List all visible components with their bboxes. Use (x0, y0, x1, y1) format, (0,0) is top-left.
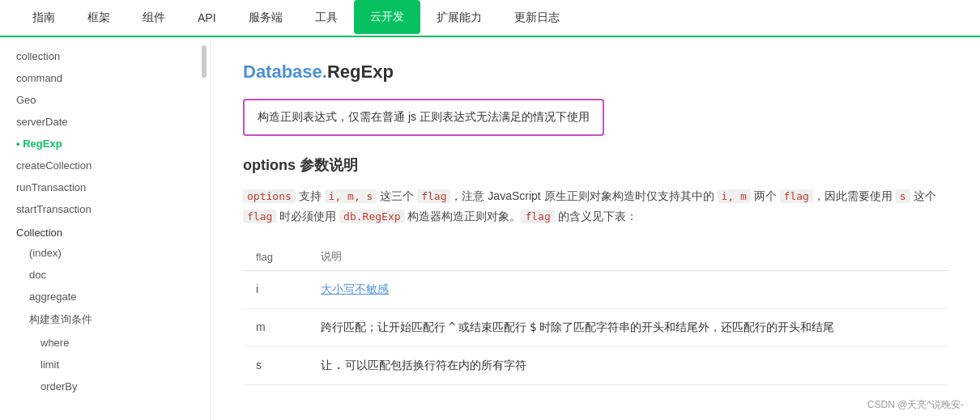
sidebar-item-doc[interactable]: doc (0, 264, 210, 286)
nav-item-extend[interactable]: 扩展能力 (420, 1, 498, 36)
watermark: CSDN @天亮^说晚安- (867, 398, 964, 412)
top-nav: 指南框架组件API服务端工具云开发扩展能力更新日志 (0, 0, 980, 37)
sidebar-item-collection[interactable]: collection (0, 45, 210, 67)
sidebar-header-Collection: Collection (0, 220, 210, 242)
sidebar-item-orderBy[interactable]: orderBy (0, 375, 210, 397)
table-head: flag 说明 (243, 243, 948, 271)
sidebar-item-startTransaction[interactable]: startTransaction (0, 198, 210, 220)
desc-cell: 跨行匹配；让开始匹配行 ^ 或结束匹配行 $ 时除了匹配字符串的开头和结尾外，还… (308, 309, 948, 347)
desc-cell: 大小写不敏感 (308, 271, 948, 309)
sidebar-item-limit[interactable]: limit (0, 354, 210, 375)
table-header-row: flag 说明 (243, 243, 948, 271)
sidebar-item-geo[interactable]: Geo (0, 89, 210, 111)
nav-item-tools[interactable]: 工具 (299, 1, 354, 36)
sidebar-item-aggregate[interactable]: aggregate (0, 286, 210, 308)
sidebar: collectioncommandGeoserverDateRegExpcrea… (0, 37, 211, 420)
title-prefix: Database. (243, 62, 327, 82)
sidebar-item-createCollection[interactable]: createCollection (0, 155, 210, 176)
nav-item-component[interactable]: 组件 (126, 1, 181, 36)
nav-item-framework[interactable]: 框架 (71, 1, 126, 36)
flag-cell: s (243, 347, 308, 385)
sidebar-item-command[interactable]: command (0, 67, 210, 89)
main-content: Database.RegExp 构造正则表达式，仅需在普通 js 正则表达式无法… (211, 37, 980, 420)
desc-link[interactable]: 大小写不敏感 (321, 282, 389, 295)
page-title: Database.RegExp (243, 62, 948, 83)
options-description: options 支持 i, m, s 这三个 flag，注意 JavaScrip… (243, 186, 948, 227)
nav-item-cloud[interactable]: 云开发 (354, 0, 420, 34)
table-body: i大小写不敏感m跨行匹配；让开始匹配行 ^ 或结束匹配行 $ 时除了匹配字符串的… (243, 271, 948, 385)
table-row: s让 . 可以匹配包括换行符在内的所有字符 (243, 347, 948, 385)
main-layout: collectioncommandGeoserverDateRegExpcrea… (0, 37, 980, 420)
sidebar-item-runTransaction[interactable]: runTransaction (0, 176, 210, 198)
highlight-box: 构造正则表达式，仅需在普通 js 正则表达式无法满足的情况下使用 (243, 99, 604, 136)
nav-item-guide[interactable]: 指南 (16, 1, 71, 36)
title-name: RegExp (327, 62, 394, 82)
table-row: i大小写不敏感 (243, 271, 948, 309)
sidebar-item-serverDate[interactable]: serverDate (0, 111, 210, 133)
options-table: flag 说明 i大小写不敏感m跨行匹配；让开始匹配行 ^ 或结束匹配行 $ 时… (243, 243, 948, 385)
nav-item-changelog[interactable]: 更新日志 (498, 1, 576, 36)
sidebar-item-where[interactable]: where (0, 332, 210, 354)
sidebar-item-build-query[interactable]: 构建查询条件 (0, 308, 210, 332)
table-row: m跨行匹配；让开始匹配行 ^ 或结束匹配行 $ 时除了匹配字符串的开头和结尾外，… (243, 309, 948, 347)
nav-item-api[interactable]: API (181, 2, 232, 36)
col-flag: flag (243, 243, 308, 271)
desc-cell: 让 . 可以匹配包括换行符在内的所有字符 (308, 347, 948, 385)
flag-cell: i (243, 271, 308, 309)
col-desc: 说明 (308, 243, 948, 271)
options-section-title: options 参数说明 (243, 155, 948, 175)
sidebar-item-index[interactable]: (index) (0, 242, 210, 264)
scroll-indicator (202, 45, 207, 78)
flag-cell: m (243, 309, 308, 347)
sidebar-item-regexp[interactable]: RegExp (0, 133, 210, 155)
nav-item-server[interactable]: 服务端 (232, 1, 299, 36)
